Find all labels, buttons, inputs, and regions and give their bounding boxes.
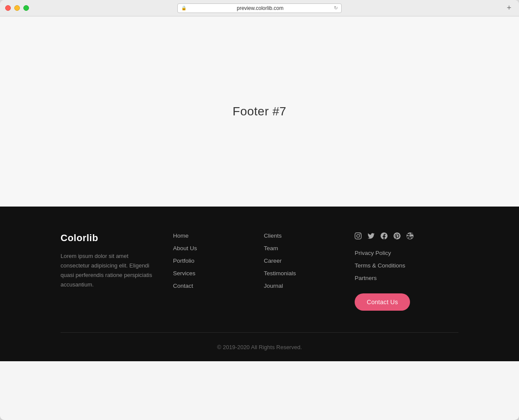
copyright-text: © 2019-2020 All Rights Reserved. [217, 344, 302, 350]
facebook-icon[interactable] [381, 232, 388, 241]
instagram-icon[interactable] [355, 232, 362, 241]
new-tab-button[interactable]: + [504, 3, 514, 13]
social-row [355, 232, 458, 241]
page-content-area: Footer #7 [0, 16, 519, 207]
maximize-button[interactable] [23, 5, 29, 11]
brand-description: Lorem ipsum dolor sit amet consectetur a… [61, 251, 156, 290]
legal-link-privacy[interactable]: Privacy Policy [355, 250, 458, 256]
nav-link-clients[interactable]: Clients [264, 232, 355, 239]
footer-top: Colorlib Lorem ipsum dolor sit amet cons… [61, 232, 458, 332]
nav-link-career[interactable]: Career [264, 258, 355, 264]
browser-window: 🔒 preview.colorlib.com ↻ + Footer #7 Col… [0, 0, 519, 420]
pinterest-icon[interactable] [394, 232, 400, 241]
footer-col-3: Privacy Policy Terms & Conditions Partne… [355, 232, 458, 311]
lock-icon: 🔒 [181, 6, 186, 10]
nav-link-services[interactable]: Services [173, 270, 264, 277]
refresh-icon[interactable]: ↻ [334, 5, 338, 11]
footer-inner: Colorlib Lorem ipsum dolor sit amet cons… [52, 232, 467, 361]
minimize-button[interactable] [14, 5, 20, 11]
nav-link-testimonials[interactable]: Testimonials [264, 270, 355, 277]
close-button[interactable] [5, 5, 11, 11]
legal-links: Privacy Policy Terms & Conditions Partne… [355, 250, 458, 281]
legal-link-partners[interactable]: Partners [355, 275, 458, 281]
address-bar[interactable]: 🔒 preview.colorlib.com ↻ [177, 3, 342, 13]
footer-bottom: © 2019-2020 All Rights Reserved. [61, 333, 458, 361]
page-title: Footer #7 [233, 105, 286, 118]
nav-link-about[interactable]: About Us [173, 245, 264, 251]
brand-name: Colorlib [61, 232, 173, 244]
twitter-icon[interactable] [368, 232, 375, 241]
nav-link-team[interactable]: Team [264, 245, 355, 251]
titlebar: 🔒 preview.colorlib.com ↻ + [0, 0, 519, 16]
footer-col-1: Home About Us Portfolio Services Contact [173, 232, 264, 311]
contact-us-button[interactable]: Contact Us [355, 293, 410, 311]
footer-brand: Colorlib Lorem ipsum dolor sit amet cons… [61, 232, 173, 311]
url-text: preview.colorlib.com [189, 5, 332, 11]
dribbble-icon[interactable] [407, 232, 413, 241]
footer: Colorlib Lorem ipsum dolor sit amet cons… [0, 207, 519, 361]
nav-link-portfolio[interactable]: Portfolio [173, 258, 264, 264]
legal-link-terms[interactable]: Terms & Conditions [355, 262, 458, 269]
nav-link-contact[interactable]: Contact [173, 283, 264, 289]
footer-col-2: Clients Team Career Testimonials Journal [264, 232, 355, 311]
nav-link-home[interactable]: Home [173, 232, 264, 239]
nav-link-journal[interactable]: Journal [264, 283, 355, 289]
